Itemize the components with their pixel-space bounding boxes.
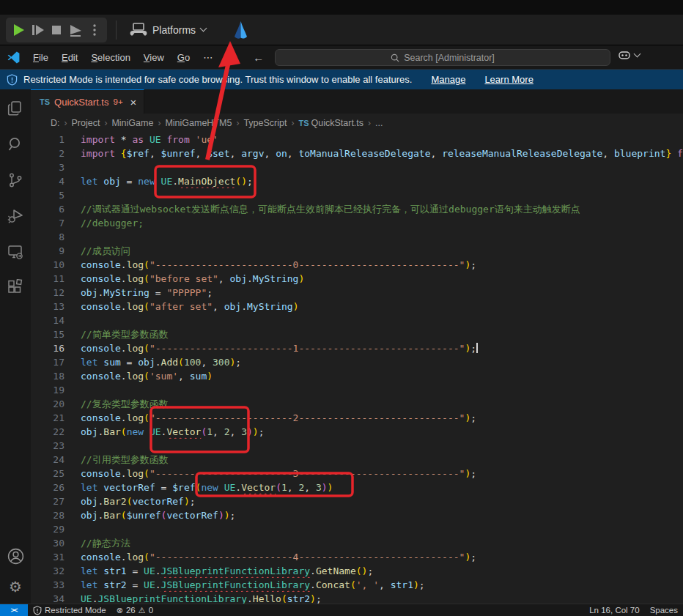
stop-button[interactable] xyxy=(47,20,66,40)
settings-gear-icon[interactable]: ⚙ xyxy=(6,577,25,596)
line-number: 12 xyxy=(31,286,64,300)
remote-explorer-icon[interactable] xyxy=(6,242,25,261)
code-text: //简单类型参数函数 xyxy=(81,327,683,341)
menu-more[interactable]: ⋯ xyxy=(196,50,219,65)
code-line[interactable]: 20//复杂类型参数函数 xyxy=(31,397,683,411)
copilot-icon xyxy=(618,50,631,61)
code-line[interactable]: 22obj.Bar(new UE.Vector(1, 2, 3)); xyxy=(31,425,683,439)
code-line[interactable]: 32let str1 = UE.JSBlueprintFunctionLibra… xyxy=(31,564,683,578)
code-line[interactable]: 21console.log("------------------------2… xyxy=(31,411,683,425)
code-line[interactable]: 9//成员访问 xyxy=(31,244,683,258)
manage-link[interactable]: Manage xyxy=(431,74,465,85)
explorer-icon[interactable] xyxy=(6,99,25,118)
code-line[interactable]: 1import * as UE from 'ue' xyxy=(31,133,683,146)
platforms-dropdown[interactable]: Platforms xyxy=(125,20,210,40)
code-line[interactable]: 2import {$ref, $unref, $set, argv, on, t… xyxy=(31,146,683,160)
account-icon[interactable] xyxy=(6,546,25,565)
restricted-mode-status[interactable]: Restricted Mode xyxy=(28,604,111,616)
code-line[interactable]: 23 xyxy=(31,439,683,453)
code-line[interactable]: 25console.log("------------------------3… xyxy=(31,467,683,480)
menu-file[interactable]: File xyxy=(26,50,55,65)
breadcrumb-item[interactable]: ... xyxy=(375,118,383,128)
code-line[interactable]: 26let vectorRef = $ref(new UE.Vector(1, … xyxy=(31,480,683,494)
code-line[interactable]: 12obj.MyString = "PPPPP"; xyxy=(31,286,683,300)
skip-button[interactable] xyxy=(28,20,47,40)
code-line[interactable]: 24//引用类型参数函数 xyxy=(31,453,683,467)
line-number: 15 xyxy=(31,327,64,341)
code-line[interactable]: 14 xyxy=(31,313,683,327)
code-line[interactable]: 10console.log("------------------------0… xyxy=(31,258,683,272)
code-text: console.log("------------------------1--… xyxy=(81,341,683,355)
code-text xyxy=(81,313,683,327)
search-sidebar-icon[interactable] xyxy=(6,135,25,154)
extensions-icon[interactable] xyxy=(6,278,25,297)
tab-filename: QuickStart.ts xyxy=(54,97,108,108)
breadcrumb-item[interactable]: Project xyxy=(72,118,100,128)
menu-edit[interactable]: Edit xyxy=(55,50,84,65)
menu-selection[interactable]: Selection xyxy=(84,50,136,65)
tab-quickstart[interactable]: TS QuickStart.ts 9+ × xyxy=(31,89,144,114)
code-line[interactable]: 13console.log("after set", obj.MyString) xyxy=(31,300,683,313)
breadcrumb-item[interactable]: MiniGameHTM5 xyxy=(165,118,232,128)
breadcrumb-separator: › xyxy=(236,118,239,128)
ts-file-icon: TS xyxy=(298,119,309,127)
code-line[interactable]: 15//简单类型参数函数 xyxy=(31,327,683,341)
code-line[interactable]: 17let sum = obj.Add(100, 300); xyxy=(31,355,683,369)
cursor-position[interactable]: Ln 16, Col 70 xyxy=(584,606,644,615)
code-text: //debugger; xyxy=(81,216,683,230)
code-text: import {$ref, $unref, $set, argv, on, to… xyxy=(81,146,683,160)
code-line[interactable]: 4let obj = new UE.MainObject(); xyxy=(31,174,683,188)
breadcrumb-item[interactable]: D: xyxy=(51,118,60,128)
code-line[interactable]: 7//debugger; xyxy=(31,216,683,230)
code-line[interactable]: 34UE.JSBlueprintFunctionLibrary.Hello(st… xyxy=(31,592,683,604)
puerts-icon[interactable] xyxy=(231,20,250,40)
problems-status[interactable]: ⊗ 26 ⚠ 0 xyxy=(111,604,158,616)
code-line[interactable]: 11console.log("before set", obj.MyString… xyxy=(31,272,683,286)
code-line[interactable]: 5 xyxy=(31,188,683,202)
line-number: 20 xyxy=(31,397,64,411)
run-debug-icon[interactable] xyxy=(6,207,25,226)
indentation-status[interactable]: Spaces xyxy=(645,606,683,615)
breadcrumb-item[interactable]: MiniGame xyxy=(111,118,153,128)
close-icon[interactable]: × xyxy=(130,96,137,108)
code-line[interactable]: 8 xyxy=(31,230,683,244)
breadcrumb-item[interactable]: TypeScript xyxy=(243,118,287,128)
code-line[interactable]: 27obj.Bar2(vectorRef); xyxy=(31,494,683,508)
line-number: 17 xyxy=(31,355,64,369)
source-control-icon[interactable] xyxy=(6,171,25,190)
code-line[interactable]: 19 xyxy=(31,383,683,397)
shield-icon xyxy=(33,606,42,615)
code-text: console.log("------------------------3--… xyxy=(81,467,683,480)
code-line[interactable]: 30//静态方法 xyxy=(31,536,683,550)
code-line[interactable]: 6//调试器通过websocket发送断点信息，可能断点生效前脚本已经执行完备，… xyxy=(31,202,683,216)
code-text xyxy=(81,160,683,174)
back-arrow-icon[interactable]: ← xyxy=(253,51,264,64)
menu-go[interactable]: Go xyxy=(171,50,196,65)
code-line[interactable]: 28obj.Bar($unref(vectorRef)); xyxy=(31,508,683,522)
launch-button[interactable] xyxy=(66,20,85,40)
toolbar-divider xyxy=(116,21,117,40)
line-number: 26 xyxy=(31,480,64,494)
menu-view[interactable]: View xyxy=(137,50,171,65)
learn-more-link[interactable]: Learn More xyxy=(484,74,533,85)
gamepad-icon xyxy=(130,23,147,37)
breadcrumb-separator: › xyxy=(104,118,107,128)
tab-bar: TS QuickStart.ts 9+ × xyxy=(31,89,683,114)
remote-indicator[interactable]: >< xyxy=(0,604,28,616)
code-line[interactable]: 33let str2 = UE.JSBlueprintFunctionLibra… xyxy=(31,578,683,592)
ue-more-options-button[interactable] xyxy=(85,20,104,40)
play-button[interactable] xyxy=(9,20,28,40)
warning-count: 0 xyxy=(149,606,153,615)
code-text: let vectorRef = $ref(new UE.Vector(1, 2,… xyxy=(81,480,683,494)
vscode-titlebar: File Edit Selection View Go ⋯ ← → Search… xyxy=(0,45,683,70)
search-input[interactable]: Search [Administrator] xyxy=(275,49,610,66)
code-line[interactable]: 31console.log("------------------------4… xyxy=(31,550,683,564)
line-number: 30 xyxy=(31,536,64,550)
code-line[interactable]: 18console.log('sum', sum) xyxy=(31,369,683,383)
breadcrumb-item[interactable]: QuickStart.ts xyxy=(311,118,364,128)
code-line[interactable]: 3 xyxy=(31,160,683,174)
code-lines[interactable]: 1import * as UE from 'ue'2import {$ref, … xyxy=(31,133,683,604)
code-line[interactable]: 29 xyxy=(31,522,683,536)
copilot-button[interactable] xyxy=(618,50,640,61)
code-line[interactable]: 16console.log("------------------------1… xyxy=(31,341,683,355)
